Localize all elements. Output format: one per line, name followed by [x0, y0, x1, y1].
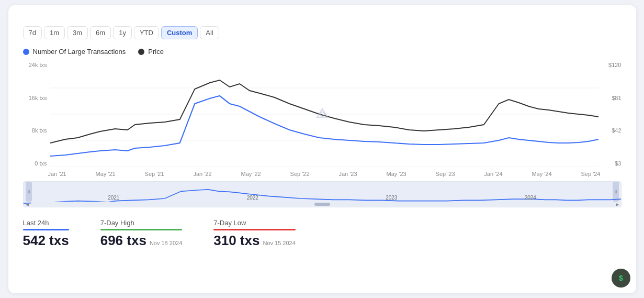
legend-dot [138, 49, 144, 55]
stat-underline [213, 229, 296, 230]
y-axis-left-label: 0 txs [23, 160, 47, 167]
stat-value: 542 txs [23, 233, 69, 249]
x-axis-label: May '22 [241, 171, 261, 177]
stat-value: 310 txs Nov 15 2024 [213, 233, 296, 249]
stat-date: Nov 15 2024 [263, 240, 295, 246]
mini-x-label: 2021 [108, 195, 119, 201]
legend-item: Price [138, 48, 164, 56]
main-chart [50, 62, 598, 167]
legend-label: Number Of Large Transactions [33, 48, 126, 56]
y-axis-right-label: $81 [602, 95, 622, 101]
x-axis-label: Sep '22 [290, 171, 310, 177]
y-axis-right-label: $120 [602, 62, 622, 68]
y-axis-right-label: $42 [602, 127, 622, 134]
x-axis-label: May '23 [386, 171, 406, 177]
stat-label: 7-Day High [100, 219, 183, 227]
chart-svg [50, 62, 598, 167]
stat-underline [23, 229, 69, 230]
y-axis-left-label: 24k txs [23, 62, 47, 68]
filter-btn-1m[interactable]: 1m [44, 26, 65, 39]
y-axis-left-label: 8k txs [23, 127, 47, 134]
filter-btn-custom[interactable]: Custom [161, 26, 198, 39]
x-axis: Jan '21May '21Sep '21Jan '22May '22Sep '… [23, 169, 622, 177]
filter-btn-all[interactable]: All [200, 26, 219, 39]
filter-btn-3m[interactable]: 3m [67, 26, 88, 39]
svg-text:$: $ [619, 274, 623, 282]
scroll-right[interactable]: ▶ [614, 202, 621, 207]
x-axis-label: Jan '23 [338, 171, 357, 177]
x-axis-label: Jan '24 [484, 171, 502, 177]
x-axis-label: May '24 [532, 171, 551, 177]
stat-item: Last 24h 542 txs [23, 219, 69, 249]
stat-item: 7-Day High 696 txs Nov 18 2024 [100, 219, 183, 249]
stat-label: Last 24h [23, 219, 69, 227]
mini-x-label: 2022 [247, 195, 258, 201]
x-axis-label: Jan '22 [193, 171, 211, 177]
x-axis-label: Jan '21 [48, 171, 66, 177]
mini-chart[interactable]: ⣿ ⣿ 2021202220232024 ◀ ▶ [23, 181, 622, 207]
mini-x-label: 2023 [386, 195, 397, 201]
large-transactions-card: 7d1m3m6m1yYTDCustomAll Number Of Large T… [8, 5, 636, 293]
legend-label: Price [148, 48, 164, 56]
filter-btn-ytd[interactable]: YTD [134, 26, 159, 39]
stat-date: Nov 18 2024 [150, 240, 182, 246]
bottom-right-icon: $ [611, 268, 631, 288]
x-axis-label: May '21 [96, 171, 116, 177]
mini-x-label: 2024 [525, 195, 536, 201]
filter-btn-6m[interactable]: 6m [90, 26, 111, 39]
stat-label: 7-Day Low [213, 219, 296, 227]
chart-legend: Number Of Large Transactions Price [23, 48, 622, 56]
stat-value: 696 txs Nov 18 2024 [100, 233, 183, 249]
legend-item: Number Of Large Transactions [23, 48, 126, 56]
time-filter-group: 7d1m3m6m1yYTDCustomAll [23, 26, 622, 39]
x-axis-label: Sep '21 [145, 171, 164, 177]
y-axis-left: 24k txs16k txs8k txs0 txs [23, 62, 49, 167]
x-axis-label: Sep '24 [581, 171, 601, 177]
legend-dot [23, 49, 29, 55]
scroll-left[interactable]: ◀ [24, 202, 31, 207]
stat-underline [100, 229, 183, 230]
filter-btn-1y[interactable]: 1y [113, 26, 132, 39]
filter-btn-7d[interactable]: 7d [23, 26, 42, 39]
stats-section: Last 24h 542 txs 7-Day High 696 txs Nov … [23, 215, 622, 249]
y-axis-right: $120$81$42$3 [600, 62, 622, 167]
y-axis-right-label: $3 [602, 160, 622, 167]
x-axis-label: Sep '23 [436, 171, 455, 177]
y-axis-left-label: 16k txs [23, 95, 47, 101]
stat-item: 7-Day Low 310 txs Nov 15 2024 [213, 219, 296, 249]
